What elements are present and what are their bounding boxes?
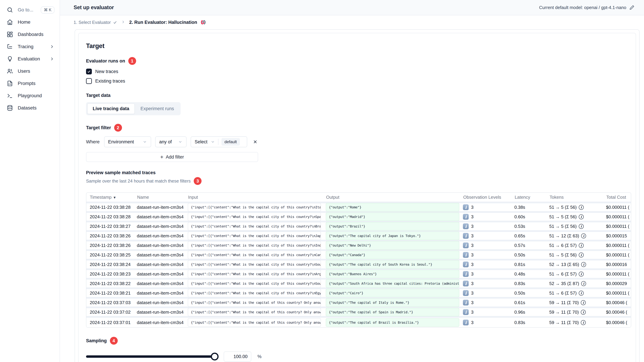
runs-on-options: New traces Existing traces <box>86 69 631 84</box>
sidebar: Go to... ⌘ K Home Dashboards <box>0 0 60 362</box>
output-cell: {"output":"New Delhi"} <box>326 241 459 250</box>
sidebar-item[interactable]: Dashboards <box>0 28 60 40</box>
checkbox-label: New traces <box>95 69 118 74</box>
output-cell: {"output":"South Africa has three capita… <box>326 279 459 288</box>
step-select-evaluator[interactable]: 1. Select Evaluator <box>74 20 117 25</box>
tokens-value: 59 → 11 (Σ 70) <box>549 310 579 315</box>
token-info-icon[interactable]: i <box>579 253 584 258</box>
latency-cell: 0.83s <box>514 320 549 325</box>
name-cell: dataset-run-item-cm3s4 <box>137 243 188 248</box>
timestamp-cell: 2024-11-22 03:38:26 <box>86 243 137 248</box>
filter-operator-select[interactable]: any of <box>155 136 186 147</box>
name-cell: dataset-run-item-cm3s4 <box>137 320 188 325</box>
info-level-icon: i <box>463 320 469 325</box>
col-input: Input <box>188 195 326 200</box>
observation-count: 3 <box>471 243 474 248</box>
target-filter-section: Target filter 2 <box>86 124 631 132</box>
info-level-icon: i <box>463 290 469 296</box>
trace-checkbox-row[interactable]: Existing traces <box>86 78 631 84</box>
table-row: 2024-11-22 03:37:02 dataset-run-item-cm3… <box>86 308 631 318</box>
chevron-down-icon <box>142 140 147 144</box>
checkbox[interactable] <box>86 78 92 84</box>
observation-count: 3 <box>471 310 474 315</box>
table-row: 2024-11-22 03:38:22 dataset-run-item-cm3… <box>86 280 631 289</box>
sidebar-item[interactable]: Prompts <box>0 77 60 90</box>
runs-on-section: Evaluator runs on 1 <box>86 57 631 65</box>
sidebar-item-label: Tracing <box>18 44 34 49</box>
token-info-icon[interactable]: i <box>581 262 586 267</box>
go-to-search[interactable]: Go to... ⌘ K <box>0 4 60 16</box>
observation-count: 3 <box>471 262 474 267</box>
target-card-inner: Target Evaluator runs on 1 New traces <box>78 33 636 362</box>
latency-cell: 0.83s <box>514 281 549 286</box>
input-cell: {"input":[{"content":"What is the capita… <box>188 251 321 259</box>
output-cell: {"output":"Brazil"} <box>326 222 459 231</box>
timestamp-cell: 2024-11-22 03:38:25 <box>86 252 137 258</box>
output-cell: {"output":"The capital city of South Kor… <box>326 260 459 269</box>
chevron-right-icon <box>50 56 54 61</box>
col-tokens: Tokens <box>549 195 606 200</box>
token-info-icon[interactable]: i <box>581 233 586 238</box>
checkbox[interactable] <box>86 69 92 74</box>
filter-value-select[interactable]: Select default <box>191 136 247 147</box>
target-data-tab[interactable]: Experiment runs <box>135 103 180 114</box>
edit-model-pencil-icon[interactable] <box>629 5 634 10</box>
remove-filter-button[interactable] <box>251 138 259 146</box>
token-info-icon[interactable]: i <box>579 243 584 248</box>
tokens-value: 59 → 11 (Σ 70) <box>549 300 579 305</box>
tokens-value: 51 → 6 (Σ 57) <box>549 243 577 248</box>
sidebar-item-icon <box>6 43 13 50</box>
observation-count: 3 <box>471 224 474 229</box>
cost-cell: $0.000011 ( <box>606 243 631 248</box>
sidebar-item[interactable]: Playground <box>0 90 60 102</box>
timestamp-cell: 2024-11-22 03:38:28 <box>86 205 137 210</box>
input-cell: {"input":[{"content":"What is the capita… <box>188 308 321 316</box>
cost-cell: $0.000011 ( <box>606 205 631 210</box>
latency-cell: 0.96s <box>514 310 549 315</box>
cost-cell: $0.000011 ( <box>606 214 631 220</box>
sampling-slider[interactable] <box>86 355 215 358</box>
add-filter-button[interactable]: + Add filter <box>86 152 258 162</box>
token-info-icon[interactable]: i <box>579 214 584 219</box>
input-cell: {"input":[{"content":"What is the capita… <box>188 203 321 211</box>
sidebar-nav: Home Dashboards Tracing <box>0 16 60 114</box>
sidebar-item-label: Datasets <box>18 105 37 111</box>
token-info-icon[interactable]: i <box>581 281 586 286</box>
filter-value-chip: default <box>222 138 240 146</box>
trace-checkbox-row[interactable]: New traces <box>86 69 631 74</box>
check-icon <box>113 20 117 24</box>
target-data-tab[interactable]: Live tracing data <box>87 103 135 114</box>
col-output: Output <box>326 195 463 200</box>
observation-count: 3 <box>471 281 474 286</box>
token-info-icon[interactable]: i <box>579 272 584 277</box>
output-cell: {"output":"Madrid"} <box>326 213 459 221</box>
filter-column-select[interactable]: Environment <box>104 136 151 147</box>
col-timestamp[interactable]: Timestamp▼ <box>86 195 137 200</box>
slider-thumb[interactable] <box>211 353 218 361</box>
col-latency: Latency <box>514 195 549 200</box>
app-window: Go to... ⌘ K Home Dashboards <box>0 0 644 362</box>
input-cell: {"input":[{"content":"What is the capita… <box>188 232 321 240</box>
sidebar-item[interactable]: Evaluation <box>0 53 60 65</box>
latency-cell: 0.81s <box>514 262 549 267</box>
name-cell: dataset-run-item-cm3s4 <box>137 310 188 315</box>
sampling-input[interactable] <box>224 352 251 362</box>
name-cell: dataset-run-item-cm3s4 <box>137 271 188 277</box>
token-info-icon[interactable]: i <box>579 291 584 296</box>
sidebar-item[interactable]: Tracing <box>0 40 60 53</box>
table-row: 2024-11-22 03:38:23 dataset-run-item-cm3… <box>86 270 631 280</box>
cost-cell: $0.000011 ( <box>606 224 631 229</box>
info-level-icon: i <box>463 204 469 210</box>
target-heading: Target <box>86 42 631 49</box>
token-info-icon[interactable]: i <box>579 224 584 229</box>
sidebar-item[interactable]: Home <box>0 16 60 28</box>
token-info-icon[interactable]: i <box>581 320 586 325</box>
close-icon <box>253 139 258 144</box>
sidebar-item[interactable]: Users <box>0 65 60 77</box>
token-info-icon[interactable]: i <box>581 310 586 315</box>
observation-count: 3 <box>471 320 474 325</box>
token-info-icon[interactable]: i <box>579 205 584 210</box>
chevron-down-icon <box>178 140 182 144</box>
sidebar-item[interactable]: Datasets <box>0 102 60 114</box>
token-info-icon[interactable]: i <box>581 300 586 305</box>
